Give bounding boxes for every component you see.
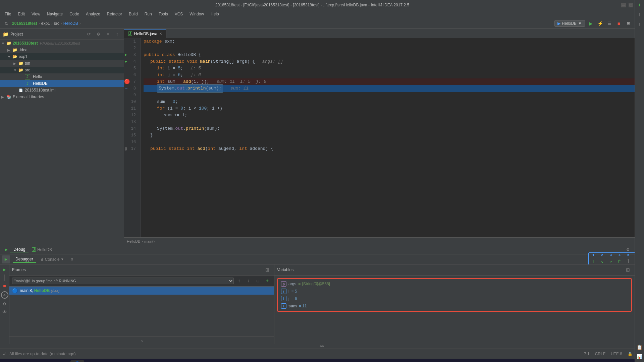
tree-item-hellodb[interactable]: J HelloDB [0, 80, 124, 87]
tree-item-src[interactable]: ▼ 📂 src [0, 67, 124, 73]
restore-layout-btn[interactable]: ⊞ [68, 255, 76, 263]
taskbar-app-ubuntu[interactable]: 🟠 [142, 360, 156, 362]
maximize-button[interactable]: □ [629, 3, 633, 7]
debug-mute-strip[interactable]: ⊘ [1, 291, 8, 299]
taskbar-app-game[interactable]: 🎮 [158, 360, 172, 362]
menu-window[interactable]: Window [187, 11, 207, 17]
frames-filter-btn[interactable]: ⊟ [254, 277, 262, 285]
coverage-button[interactable]: ☰ [606, 20, 613, 27]
stop-button[interactable]: ■ [615, 20, 623, 27]
sidebar-settings[interactable]: ⚙ [94, 30, 102, 38]
minimize-button[interactable]: ─ [621, 3, 626, 7]
taskbar-app-word[interactable]: W [86, 360, 97, 362]
debug-resume-strip[interactable]: ▶ [1, 266, 8, 273]
var-args[interactable]: p args = {String[0]@568} [279, 280, 630, 288]
debug-tab-debug[interactable]: Debug [10, 247, 29, 252]
console-arrow[interactable]: ▼ [61, 257, 64, 261]
taskbar-app-music[interactable]: 🎵 [99, 360, 113, 362]
var-i[interactable]: i i = 5 [279, 288, 630, 295]
menu-help[interactable]: Help [208, 11, 222, 17]
thread-selector[interactable]: "main"@1 in group "main": RUNNING [12, 278, 234, 284]
frames-add-btn[interactable]: + [263, 277, 271, 285]
step-out-btn[interactable]: ↗ [607, 257, 615, 265]
sidebar-expand[interactable]: ↕ [113, 30, 121, 38]
frames-expand-btn[interactable]: ⇘ [9, 337, 274, 344]
frames-toolbar: "main"@1 in group "main": RUNNING ↑ ↓ ⊟ … [9, 276, 274, 287]
step-into-btn[interactable]: ↓ [589, 257, 597, 265]
frames-up-btn[interactable]: ↑ [235, 277, 243, 285]
line-ending[interactable]: CRLF [595, 352, 605, 356]
tree-item-bin[interactable]: ▶ 📁 bin [0, 60, 124, 67]
start-button[interactable]: ⊞ [3, 360, 15, 362]
build-button[interactable]: ⊞ [625, 20, 632, 27]
run-to-cursor-btn[interactable]: ↱ [615, 257, 624, 265]
menu-build[interactable]: Build [126, 11, 141, 17]
console-tab[interactable]: 🖥 Console ▼ [37, 256, 67, 262]
breadcrumb-method-name[interactable]: main() [144, 239, 155, 243]
search-button[interactable]: ○ [17, 360, 29, 362]
main-toolbar: ⇅ 20165318test › exp1 › src › HelloDB › … [0, 18, 644, 29]
sidebar-collapse[interactable]: ≡ [104, 30, 112, 38]
debug-settings-strip[interactable]: ⚙ [1, 300, 8, 307]
sidebar-sync[interactable]: ⟳ [85, 30, 93, 38]
line-9: 9 [124, 92, 138, 99]
tree-item-root[interactable]: ▼ 📁 20165318test F:\Git\java\20165318tes… [0, 40, 124, 47]
menu-view[interactable]: View [29, 11, 43, 17]
tree-item-iml[interactable]: 📄 20165318test.iml [0, 87, 124, 94]
tab-close-icon[interactable]: ✕ [159, 32, 162, 36]
sidebar-tree: ▼ 📁 20165318test F:\Git\java\20165318tes… [0, 40, 124, 245]
breadcrumb-project[interactable]: 20165318test [12, 21, 37, 26]
tab-hellodb[interactable]: J HelloDB.java ✕ [124, 29, 166, 38]
debug-toolbar: ▶ Debugger 🖥 Console ▼ ⊞ 1 ↓ 2 ↘ [0, 254, 644, 264]
tree-item-exp1[interactable]: ▼ 📂 exp1 [0, 53, 124, 60]
evaluate-btn[interactable]: ⊺ [624, 257, 632, 265]
menu-analyze[interactable]: Analyze [83, 11, 103, 17]
frame-item-main[interactable]: 🔵 main:8, HelloDB (sxx) [9, 287, 274, 295]
frames-restore-btn[interactable]: ⊞ [263, 266, 271, 274]
tree-item-extlibs[interactable]: ▶ 📚 External Libraries [0, 94, 124, 100]
step-over-btn[interactable]: ↘ [598, 257, 606, 265]
menu-vcs[interactable]: VCS [172, 11, 186, 17]
taskbar-app-1[interactable]: ❄ [45, 360, 54, 362]
tree-item-idea[interactable]: ▶ 📁 .idea [0, 47, 124, 53]
run-config-selector[interactable]: ▶ HelloDB ▼ [554, 20, 585, 27]
debug-inspect-strip[interactable]: 👁 [1, 309, 8, 316]
var-sum[interactable]: i sum = 11 [279, 302, 630, 310]
debug-play-btn[interactable]: ▶ [2, 255, 10, 263]
code-content[interactable]: package sxx; public class HelloDB { publ… [141, 38, 640, 237]
debug-expand-handle[interactable]: »» [0, 344, 644, 349]
debug-resume-btn[interactable]: ▶ [3, 246, 10, 253]
task-view-button[interactable]: ▭ [31, 360, 43, 362]
debug-tab-hellodb[interactable]: J HelloDB [29, 247, 55, 252]
breadcrumb-class[interactable]: HelloDB [63, 21, 78, 26]
debug-stop-strip[interactable]: ■ [1, 283, 8, 290]
encoding[interactable]: UTF-8 [611, 352, 622, 356]
debugger-tab[interactable]: Debugger [13, 256, 36, 263]
menu-code[interactable]: Code [67, 11, 82, 17]
taskbar-app-2[interactable]: 🗂 [56, 360, 68, 362]
var-j[interactable]: i j = 6 [279, 295, 630, 302]
taskbar-app-firefox[interactable]: 🦊 [115, 360, 129, 362]
menu-run[interactable]: Run [142, 11, 155, 17]
menu-file[interactable]: File [2, 11, 14, 17]
menu-edit[interactable]: Edit [15, 11, 28, 17]
breadcrumb-class-name[interactable]: HelloDB [127, 239, 140, 243]
menu-navigate[interactable]: Navigate [44, 11, 65, 17]
taskbar-app-idea[interactable]: 🔵 [70, 360, 84, 362]
menu-refactor[interactable]: Refactor [104, 11, 125, 17]
breadcrumb-module[interactable]: exp1 [41, 21, 50, 26]
run-button[interactable]: ▶ [587, 20, 594, 27]
debug-button[interactable]: ⚡ [596, 20, 604, 27]
tree-item-hello[interactable]: J Hello [0, 73, 124, 80]
sync-button[interactable]: ⇅ [3, 20, 10, 27]
menu-tools[interactable]: Tools [156, 11, 171, 17]
code-editor[interactable]: 1 2 ▶ 3 ▶ 4 5 6 🔴 7 [124, 38, 644, 237]
taskbar-app-phone[interactable]: 📱 [174, 360, 186, 362]
taskbar-app-mail[interactable]: ✉ [131, 360, 140, 362]
cursor-position[interactable]: 7:1 [584, 352, 590, 356]
variables-restore-btn[interactable]: ⊞ [624, 266, 632, 274]
frames-down-btn[interactable]: ↓ [245, 277, 253, 285]
title-text: 20165318test - [F:\Git\java\20165318test… [3, 3, 621, 7]
breadcrumb-src[interactable]: src [54, 21, 59, 26]
tree-label-extlibs: External Libraries [13, 95, 44, 99]
